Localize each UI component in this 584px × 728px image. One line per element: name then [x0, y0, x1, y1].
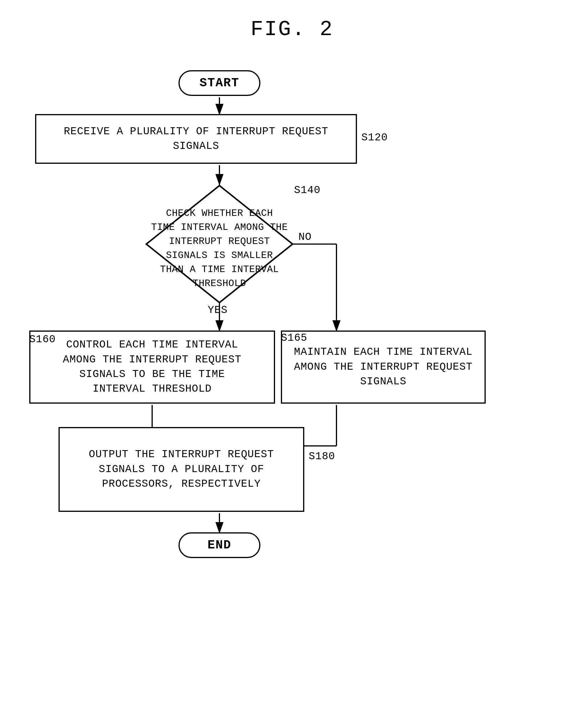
- start-node: START: [178, 70, 260, 96]
- s140-diamond-text: CHECK WHETHER EACH TIME INTERVAL AMONG T…: [146, 196, 293, 301]
- s120-box: RECEIVE A PLURALITY OF INTERRUPT REQUEST…: [35, 114, 357, 164]
- s140-label: S140: [294, 184, 321, 196]
- s160-label: S160: [29, 333, 56, 345]
- no-label: NO: [299, 231, 312, 243]
- s180-label: S180: [309, 450, 335, 462]
- flowchart: START RECEIVE A PLURALITY OF INTERRUPT R…: [0, 53, 584, 728]
- s160-box: CONTROL EACH TIME INTERVAL AMONG THE INT…: [29, 331, 275, 404]
- s180-text: OUTPUT THE INTERRUPT REQUEST SIGNALS TO …: [89, 447, 274, 491]
- s165-label: S165: [281, 332, 307, 344]
- yes-label: YES: [208, 304, 228, 316]
- s160-text: CONTROL EACH TIME INTERVAL AMONG THE INT…: [63, 338, 242, 397]
- page-title: FIG. 2: [0, 0, 584, 42]
- s165-text: MAINTAIN EACH TIME INTERVAL AMONG THE IN…: [294, 345, 473, 389]
- s165-box: MAINTAIN EACH TIME INTERVAL AMONG THE IN…: [281, 331, 486, 404]
- s180-box: OUTPUT THE INTERRUPT REQUEST SIGNALS TO …: [58, 427, 304, 512]
- s120-text: RECEIVE A PLURALITY OF INTERRUPT REQUEST…: [64, 124, 328, 154]
- s120-label: S120: [361, 132, 388, 144]
- end-node: END: [178, 532, 260, 558]
